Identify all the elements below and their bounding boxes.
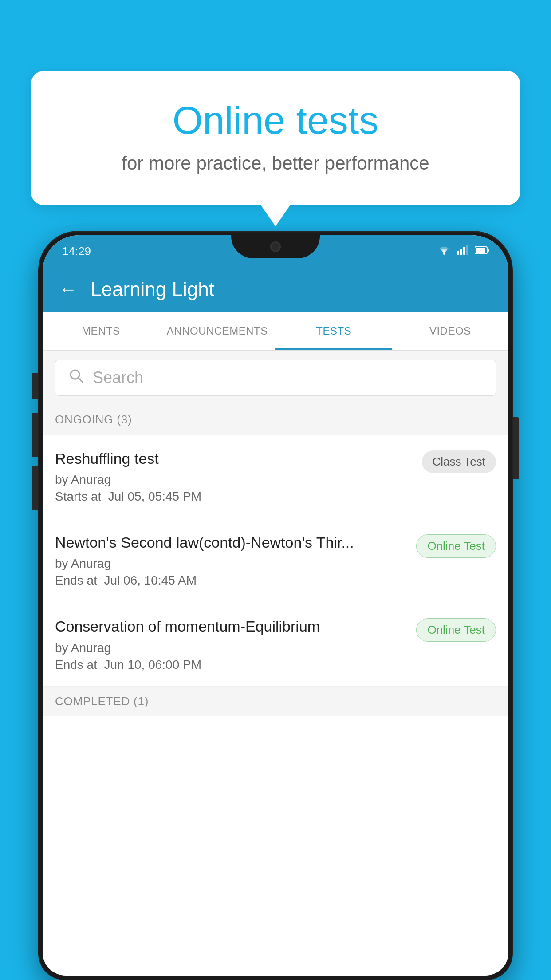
battery-icon <box>475 245 489 257</box>
completed-section-header: COMPLETED (1) <box>43 687 508 716</box>
app-header: ← Learning Light <box>43 267 508 312</box>
test-time: Starts at Jul 05, 05:45 PM <box>55 490 413 504</box>
search-box[interactable]: Search <box>55 360 496 396</box>
test-item[interactable]: Reshuffling test by Anurag Starts at Jul… <box>43 435 508 518</box>
tests-list: Reshuffling test by Anurag Starts at Jul… <box>43 435 508 687</box>
app-title: Learning Light <box>91 278 214 300</box>
search-container: Search <box>43 351 508 405</box>
svg-rect-3 <box>463 247 465 255</box>
test-badge: Online Test <box>416 534 496 558</box>
wifi-icon <box>437 245 451 257</box>
status-bar: 14:29 <box>43 235 508 267</box>
test-info: Conservation of momentum-Equilibrium by … <box>55 616 416 672</box>
svg-point-8 <box>71 370 79 379</box>
phone-power-button <box>513 417 519 479</box>
promo-bubble: Online tests for more practice, better p… <box>31 71 520 205</box>
phone-vol-down-button <box>32 413 38 457</box>
front-camera <box>270 241 281 252</box>
tabs-bar: MENTS ANNOUNCEMENTS TESTS VIDEOS <box>43 312 508 351</box>
svg-rect-2 <box>460 249 462 255</box>
bubble-subtitle: for more practice, better performance <box>67 153 484 174</box>
test-author: by Anurag <box>55 557 407 571</box>
test-author: by Anurag <box>55 473 413 487</box>
svg-rect-1 <box>457 251 459 255</box>
back-button[interactable]: ← <box>59 280 77 299</box>
svg-rect-6 <box>487 249 489 252</box>
search-placeholder: Search <box>93 368 143 387</box>
status-time: 14:29 <box>62 245 91 258</box>
phone-screen: 14:29 <box>43 235 508 976</box>
test-name: Reshuffling test <box>55 449 413 468</box>
test-badge: Online Test <box>416 618 496 642</box>
phone-vol-up-button <box>32 373 38 399</box>
test-item[interactable]: Newton's Second law(contd)-Newton's Thir… <box>43 518 508 602</box>
svg-line-9 <box>79 378 83 383</box>
test-time: Ends at Jul 06, 10:45 AM <box>55 573 407 588</box>
phone-vol-down2-button <box>32 466 38 510</box>
test-name: Newton's Second law(contd)-Newton's Thir… <box>55 533 407 552</box>
search-icon <box>69 368 84 387</box>
tab-videos[interactable]: VIDEOS <box>392 312 509 350</box>
test-info: Newton's Second law(contd)-Newton's Thir… <box>55 533 416 588</box>
test-name: Conservation of momentum-Equilibrium <box>55 616 407 636</box>
svg-rect-7 <box>476 248 485 253</box>
signal-icon <box>457 245 468 257</box>
phone-frame: 14:29 <box>38 231 513 980</box>
test-item[interactable]: Conservation of momentum-Equilibrium by … <box>43 602 508 686</box>
test-info: Reshuffling test by Anurag Starts at Jul… <box>55 449 422 504</box>
phone-notch <box>231 235 320 258</box>
svg-point-0 <box>443 253 445 255</box>
tab-assignments[interactable]: MENTS <box>43 312 159 350</box>
status-icons <box>437 245 489 257</box>
test-badge: Class Test <box>422 450 496 473</box>
svg-rect-4 <box>466 245 468 255</box>
ongoing-section-header: ONGOING (3) <box>43 405 508 435</box>
tab-announcements[interactable]: ANNOUNCEMENTS <box>159 312 276 350</box>
tab-tests[interactable]: TESTS <box>276 312 392 350</box>
bubble-title: Online tests <box>67 98 484 143</box>
test-author: by Anurag <box>55 641 407 655</box>
test-time: Ends at Jun 10, 06:00 PM <box>55 658 407 672</box>
